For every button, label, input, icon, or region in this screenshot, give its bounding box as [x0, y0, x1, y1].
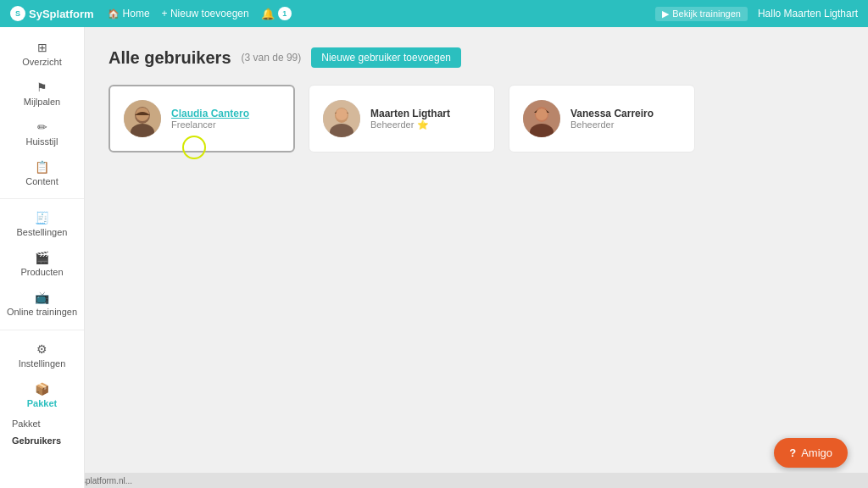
- sidebar: ⊞ Overzicht ⚑ Mijlpalen ✏ Huisstijl 📋 Co…: [0, 27, 85, 488]
- page-title: Alle gebruikers: [108, 48, 231, 68]
- avatar-maarten: [323, 100, 360, 137]
- avatar-claudia: [124, 100, 161, 137]
- user-name-vanessa: Vanessa Carreiro: [570, 108, 681, 119]
- users-grid: Claudia Cantero Freelancer Maarte: [108, 85, 844, 152]
- brand: S SySplatform: [10, 6, 94, 21]
- mijlpalen-icon: ⚑: [36, 80, 47, 94]
- star-icon: ⭐: [417, 119, 429, 130]
- sidebar-label-overzicht: Overzicht: [22, 57, 61, 67]
- content-icon: 📋: [35, 160, 49, 174]
- topbar-nav: 🏠 Home + Nieuw toevoegen 🔔 1: [108, 7, 643, 20]
- home-icon: 🏠: [108, 8, 120, 19]
- sidebar-item-content[interactable]: 📋 Content: [0, 153, 84, 193]
- user-name-maarten: Maarten Ligthart: [370, 108, 481, 119]
- sidebar-divider-1: [0, 198, 84, 199]
- amigo-label: Amigo: [801, 446, 832, 459]
- sidebar-item-overzicht[interactable]: ⊞ Overzicht: [0, 34, 84, 74]
- sidebar-item-online-trainingen[interactable]: 📺 Online trainingen: [0, 284, 84, 324]
- notification-badge: 1: [278, 7, 292, 20]
- producten-icon: 🎬: [35, 251, 49, 264]
- amigo-button[interactable]: ? Amigo: [774, 438, 848, 468]
- online-trainingen-icon: 📺: [35, 291, 49, 304]
- sidebar-item-bestellingen[interactable]: 🧾 Bestellingen: [0, 204, 84, 244]
- sidebar-label-mijlpalen: Mijlpalen: [24, 97, 60, 107]
- user-card-claudia[interactable]: Claudia Cantero Freelancer: [108, 85, 295, 152]
- svg-point-11: [536, 108, 548, 120]
- bekijk-label: Bekijk trainingen: [672, 8, 741, 19]
- user-info-claudia: Claudia Cantero Freelancer: [171, 108, 280, 130]
- amigo-question-icon: ?: [789, 446, 796, 459]
- notification-area[interactable]: 🔔 1: [261, 7, 292, 20]
- bell-icon: 🔔: [261, 8, 275, 20]
- sidebar-label-instellingen: Instellingen: [19, 358, 66, 369]
- sidebar-item-huisstijl[interactable]: ✏ Huisstijl: [0, 114, 84, 153]
- topbar-add-label: + Nieuw toevoegen: [162, 8, 249, 19]
- page-header: Alle gebruikers (3 van de 99) Nieuwe geb…: [108, 47, 844, 68]
- user-name-claudia: Claudia Cantero: [171, 108, 280, 119]
- sidebar-sub-pakket[interactable]: Pakket: [0, 415, 84, 432]
- user-role-vanessa: Beheerder: [570, 119, 681, 130]
- sidebar-sub-label-pakket: Pakket: [12, 419, 41, 429]
- instellingen-icon: ⚙: [36, 342, 47, 356]
- user-card-vanessa[interactable]: Vanessa Carreiro Beheerder: [509, 85, 695, 152]
- sidebar-sub-gebruikers[interactable]: Gebruikers: [0, 432, 84, 449]
- sidebar-label-online-trainingen: Online trainingen: [7, 307, 77, 318]
- sys-logo-icon: S: [10, 6, 25, 21]
- sidebar-divider-2: [0, 330, 84, 330]
- user-info-maarten: Maarten Ligthart Beheerder ⭐: [370, 108, 481, 130]
- huisstijl-icon: ✏: [37, 120, 47, 134]
- topbar-right: ▶ Bekijk trainingen Hallo Maarten Ligtha…: [655, 7, 858, 21]
- sidebar-label-producten: Producten: [20, 267, 63, 277]
- video-icon: ▶: [662, 8, 669, 19]
- add-user-button[interactable]: Nieuwe gebruiker toevoegen: [311, 47, 461, 68]
- sidebar-label-bestellingen: Bestellingen: [17, 227, 68, 237]
- brand-label: SySplatform: [29, 8, 94, 20]
- topbar-add-link[interactable]: + Nieuw toevoegen: [162, 8, 249, 19]
- topbar: S SySplatform 🏠 Home + Nieuw toevoegen 🔔…: [0, 0, 868, 27]
- cursor-indicator: [182, 136, 206, 159]
- sidebar-sub-label-gebruikers: Gebruikers: [12, 435, 61, 446]
- statusbar: Waiting for demo.sysplatform.nl...: [0, 473, 868, 488]
- topbar-home-label: Home: [123, 8, 150, 19]
- main-content: Alle gebruikers (3 van de 99) Nieuwe geb…: [85, 27, 868, 488]
- sidebar-label-pakket: Pakket: [27, 398, 57, 408]
- user-role-maarten: Beheerder ⭐: [370, 119, 481, 130]
- bestellingen-icon: 🧾: [35, 211, 49, 225]
- bekijk-trainingen-button[interactable]: ▶ Bekijk trainingen: [655, 7, 748, 21]
- topbar-home-link[interactable]: 🏠 Home: [108, 8, 150, 19]
- avatar-vanessa: [523, 100, 560, 137]
- sidebar-item-pakket[interactable]: 📦 Pakket: [0, 375, 84, 415]
- user-card-maarten[interactable]: Maarten Ligthart Beheerder ⭐: [309, 85, 495, 152]
- page-count: (3 van de 99): [242, 52, 302, 64]
- user-greeting: Hallo Maarten Ligthart: [758, 8, 858, 19]
- overzicht-icon: ⊞: [37, 41, 47, 54]
- sidebar-label-huisstijl: Huisstijl: [26, 136, 58, 147]
- sidebar-label-content: Content: [25, 176, 58, 186]
- sidebar-item-instellingen[interactable]: ⚙ Instellingen: [0, 336, 84, 375]
- user-role-claudia: Freelancer: [171, 119, 280, 130]
- svg-point-7: [336, 108, 348, 120]
- pakket-icon: 📦: [35, 382, 49, 396]
- sidebar-item-producten[interactable]: 🎬 Producten: [0, 244, 84, 284]
- sidebar-item-mijlpalen[interactable]: ⚑ Mijlpalen: [0, 74, 84, 114]
- user-info-vanessa: Vanessa Carreiro Beheerder: [570, 108, 681, 130]
